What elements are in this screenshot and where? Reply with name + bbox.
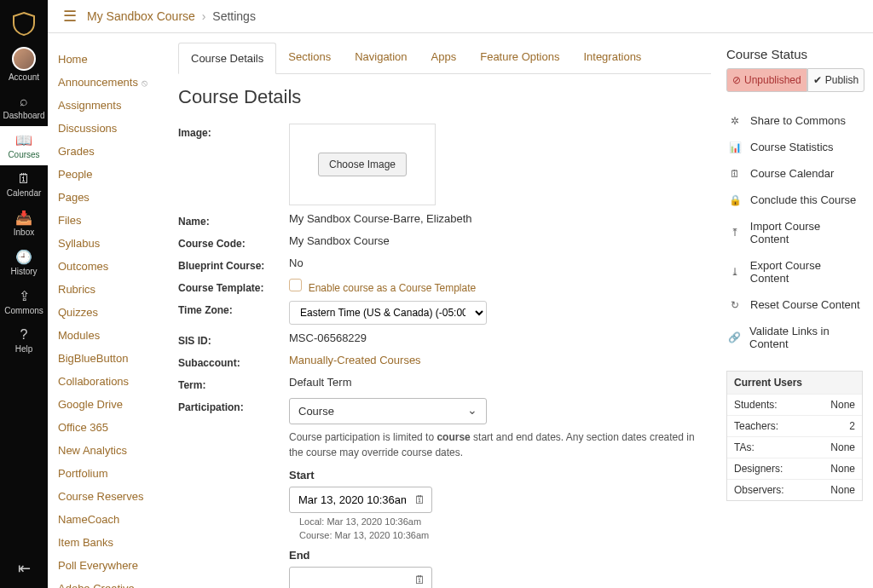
value-term: Default Term <box>289 376 711 389</box>
user-row: Students:None <box>727 394 862 415</box>
tab-sections[interactable]: Sections <box>276 42 343 73</box>
side-action-icon: ✲ <box>728 115 742 127</box>
subaccount-link[interactable]: Manually-Created Courses <box>289 354 421 366</box>
side-action-label: Import Course Content <box>750 220 861 245</box>
start-local-text: Local: Mar 13, 2020 10:36am <box>299 516 711 527</box>
book-icon: 📖 <box>15 132 32 148</box>
choose-image-button[interactable]: Choose Image <box>318 153 407 176</box>
side-action-icon: ↻ <box>728 299 742 311</box>
settings-tabs: Course Details Sections Navigation Apps … <box>178 42 711 74</box>
side-action-label: Export Course Content <box>750 259 861 285</box>
timezone-select[interactable]: Eastern Time (US & Canada) (-05:00/-04:0… <box>289 301 487 325</box>
nav-history[interactable]: 🕘History <box>0 243 48 282</box>
label-image: Image: <box>178 124 289 139</box>
nav-commons[interactable]: ⇪Commons <box>0 282 48 321</box>
clock-icon: 🕘 <box>15 249 32 265</box>
nav-syllabus[interactable]: Syllabus <box>55 233 163 254</box>
side-action-2[interactable]: 🗓Course Calendar <box>726 160 863 187</box>
side-action-icon: 🔗 <box>728 331 741 343</box>
nav-help[interactable]: ?Help <box>0 321 48 360</box>
calendar-picker-icon[interactable]: 🗓 <box>414 574 425 586</box>
nav-account[interactable]: Account <box>0 41 48 88</box>
nav-pages[interactable]: Pages <box>55 187 163 208</box>
side-action-0[interactable]: ✲Share to Commons <box>726 107 863 134</box>
hamburger-icon[interactable]: ☰ <box>63 7 77 26</box>
tab-navigation[interactable]: Navigation <box>343 42 419 73</box>
end-date-input[interactable] <box>289 567 432 588</box>
nav-quizzes[interactable]: Quizzes <box>55 302 163 323</box>
side-action-label: Conclude this Course <box>750 193 856 206</box>
user-role: TAs: <box>734 441 754 453</box>
side-action-5[interactable]: ⤓Export Course Content <box>726 252 863 291</box>
breadcrumb-current: Settings <box>212 9 256 23</box>
hidden-icon: ⦸ <box>142 78 147 88</box>
side-action-1[interactable]: 📊Course Statistics <box>726 134 863 160</box>
label-blueprint: Blueprint Course: <box>178 257 289 272</box>
user-count: None <box>830 463 855 475</box>
nav-poll-everywhere[interactable]: Poll Everywhere <box>55 555 163 576</box>
breadcrumb-course[interactable]: My Sandbox Course <box>87 9 195 23</box>
label-course-code: Course Code: <box>178 234 289 250</box>
calendar-picker-icon[interactable]: 🗓 <box>414 493 425 506</box>
nav-adobe-cc[interactable]: Adobe Creative Cloud <box>55 578 163 588</box>
nav-portfolium[interactable]: Portfolium <box>55 463 163 484</box>
inbox-icon: 📥 <box>15 210 32 226</box>
nav-rubrics[interactable]: Rubrics <box>55 279 163 300</box>
side-action-4[interactable]: ⤒Import Course Content <box>726 213 863 252</box>
nav-office365[interactable]: Office 365 <box>55 417 163 438</box>
participation-select[interactable]: Course <box>289 398 487 424</box>
nav-outcomes[interactable]: Outcomes <box>55 256 163 277</box>
start-date-input[interactable] <box>289 487 432 513</box>
unpublished-button[interactable]: ⊘Unpublished <box>726 68 807 92</box>
participation-help: Course participation is limited to cours… <box>289 429 711 460</box>
nav-assignments[interactable]: Assignments <box>55 95 163 116</box>
value-course-code: My Sandbox Course <box>289 234 711 247</box>
side-action-6[interactable]: ↻Reset Course Content <box>726 291 863 318</box>
label-start: Start <box>289 469 711 481</box>
tab-integrations[interactable]: Integrations <box>571 42 653 73</box>
tab-feature-options[interactable]: Feature Options <box>468 42 571 73</box>
nav-dashboard[interactable]: ⌕Dashboard <box>0 88 48 126</box>
user-role: Observers: <box>734 484 784 496</box>
breadcrumb-sep: › <box>202 9 206 23</box>
global-nav: Account ⌕Dashboard 📖Courses 🗓Calendar 📥I… <box>0 0 48 588</box>
nav-course-reserves[interactable]: Course Reserves <box>55 486 163 507</box>
nav-namecoach[interactable]: NameCoach <box>55 509 163 530</box>
side-action-label: Course Calendar <box>750 167 834 180</box>
unpublished-icon: ⊘ <box>732 74 741 86</box>
side-action-3[interactable]: 🔒Conclude this Course <box>726 187 863 213</box>
nav-grades[interactable]: Grades <box>55 141 163 162</box>
topbar: ☰ My Sandbox Course › Settings <box>48 0 873 33</box>
nav-item-banks[interactable]: Item Banks <box>55 532 163 553</box>
value-name: My Sandbox Course-Barre, Elizabeth <box>289 212 711 225</box>
nav-people[interactable]: People <box>55 164 163 185</box>
nav-discussions[interactable]: Discussions <box>55 118 163 139</box>
nav-announcements[interactable]: Announcements⦸ <box>55 72 163 93</box>
tab-apps[interactable]: Apps <box>419 42 469 73</box>
nav-courses[interactable]: 📖Courses <box>0 126 48 165</box>
tab-course-details[interactable]: Course Details <box>178 43 276 74</box>
user-count: 2 <box>849 420 855 432</box>
enable-template-checkbox[interactable] <box>289 279 302 291</box>
nav-bigbluebutton[interactable]: BigBlueButton <box>55 348 163 369</box>
publish-button[interactable]: ✔Publish <box>807 68 864 92</box>
nav-home[interactable]: Home <box>55 49 163 70</box>
nav-google-drive[interactable]: Google Drive <box>55 394 163 415</box>
nav-calendar[interactable]: 🗓Calendar <box>0 165 48 204</box>
publish-icon: ✔ <box>813 74 822 86</box>
side-action-7[interactable]: 🔗Validate Links in Content <box>726 318 863 357</box>
value-blueprint: No <box>289 257 711 269</box>
label-template: Course Template: <box>178 279 289 294</box>
collapse-nav-icon[interactable]: ⇤ <box>18 559 31 578</box>
nav-files[interactable]: Files <box>55 210 163 231</box>
side-action-label: Reset Course Content <box>750 298 860 311</box>
user-role: Designers: <box>734 463 783 475</box>
nav-inbox[interactable]: 📥Inbox <box>0 204 48 243</box>
nav-new-analytics[interactable]: New Analytics <box>55 440 163 461</box>
nav-modules[interactable]: Modules <box>55 325 163 346</box>
nav-collaborations[interactable]: Collaborations <box>55 371 163 392</box>
user-row: TAs:None <box>727 436 862 458</box>
user-count: None <box>830 484 855 496</box>
user-row: Observers:None <box>727 479 862 500</box>
label-term: Term: <box>178 376 289 391</box>
